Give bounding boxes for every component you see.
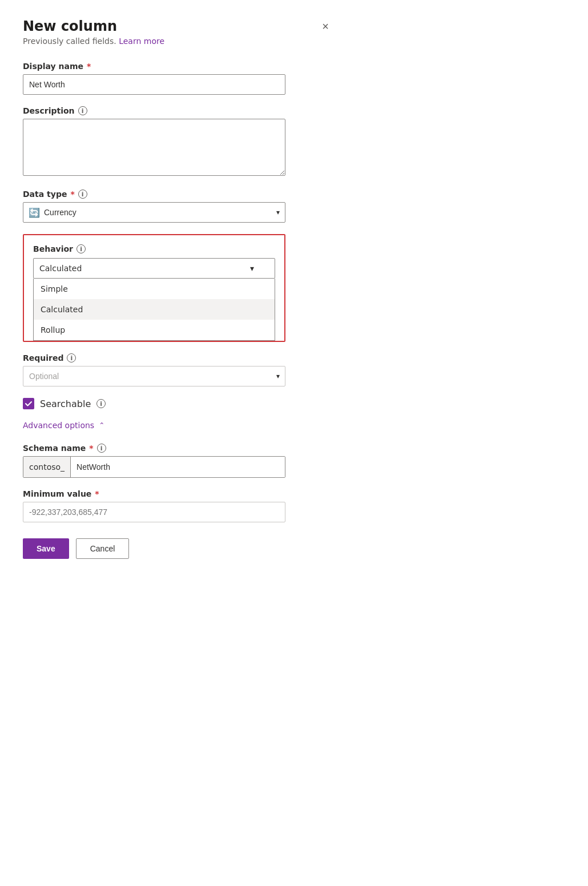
learn-more-link[interactable]: Learn more xyxy=(119,37,164,46)
advanced-options-chevron-icon: ⌃ xyxy=(99,421,104,429)
searchable-checkbox[interactable] xyxy=(23,398,34,409)
data-type-select[interactable]: Currency Text Number Date xyxy=(23,202,285,223)
required-group: Required i Optional Required ▾ xyxy=(23,353,331,386)
schema-name-label: Schema name * i xyxy=(23,444,331,453)
footer-buttons: Save Cancel xyxy=(23,538,331,559)
data-type-info-icon: i xyxy=(78,190,87,199)
cancel-button[interactable]: Cancel xyxy=(76,538,130,559)
display-name-label: Display name * xyxy=(23,62,331,71)
behavior-dropdown-trigger[interactable]: Calculated ▾ xyxy=(33,258,275,279)
minimum-value-required-star: * xyxy=(95,489,99,498)
searchable-row: Searchable i xyxy=(23,398,331,409)
description-info-icon: i xyxy=(78,106,87,115)
schema-name-field: contoso_ xyxy=(23,456,285,478)
minimum-value-input[interactable] xyxy=(23,502,285,522)
description-group: Description i xyxy=(23,106,331,178)
panel-subtitle: Previously called fields. Learn more xyxy=(23,37,331,46)
close-button[interactable]: × xyxy=(320,18,331,34)
minimum-value-label: Minimum value * xyxy=(23,489,331,498)
panel-header: New column × xyxy=(23,18,331,34)
schema-name-info-icon: i xyxy=(97,444,106,453)
schema-name-input[interactable] xyxy=(71,457,285,477)
data-type-label: Data type * i xyxy=(23,190,331,199)
checkmark-icon xyxy=(25,400,33,408)
panel-title: New column xyxy=(23,18,117,34)
schema-name-group: Schema name * i contoso_ xyxy=(23,444,331,478)
required-select[interactable]: Optional Required xyxy=(23,366,285,386)
new-column-panel: New column × Previously called fields. L… xyxy=(0,0,354,582)
advanced-options-toggle[interactable]: Advanced options ⌃ xyxy=(23,421,331,430)
minimum-value-group: Minimum value * xyxy=(23,489,331,522)
behavior-option-rollup[interactable]: Rollup xyxy=(34,320,275,340)
required-select-wrapper: Optional Required ▾ xyxy=(23,366,285,386)
data-type-required-star: * xyxy=(70,190,74,199)
data-type-group: Data type * i 🔄 Currency Text Number Dat… xyxy=(23,190,331,223)
behavior-option-calculated[interactable]: Calculated xyxy=(34,299,275,320)
required-star: * xyxy=(87,62,91,71)
behavior-info-icon: i xyxy=(76,244,86,253)
behavior-label: Behavior i xyxy=(33,244,275,253)
required-info-icon: i xyxy=(67,353,76,363)
behavior-chevron-icon: ▾ xyxy=(250,264,254,273)
display-name-input[interactable] xyxy=(23,74,285,95)
behavior-option-simple[interactable]: Simple xyxy=(34,279,275,299)
behavior-section: Behavior i Calculated ▾ Simple Calculate… xyxy=(23,234,285,342)
behavior-dropdown-list: Simple Calculated Rollup xyxy=(33,279,275,341)
description-input[interactable] xyxy=(23,119,285,176)
schema-name-required-star: * xyxy=(89,444,93,453)
save-button[interactable]: Save xyxy=(23,538,69,559)
display-name-group: Display name * xyxy=(23,62,331,95)
data-type-select-wrapper: 🔄 Currency Text Number Date ▾ xyxy=(23,202,285,223)
schema-prefix: contoso_ xyxy=(23,457,71,477)
required-label: Required i xyxy=(23,353,331,363)
searchable-info-icon: i xyxy=(96,399,106,408)
searchable-label: Searchable xyxy=(40,398,91,409)
description-label: Description i xyxy=(23,106,331,115)
advanced-options-label: Advanced options xyxy=(23,421,94,430)
